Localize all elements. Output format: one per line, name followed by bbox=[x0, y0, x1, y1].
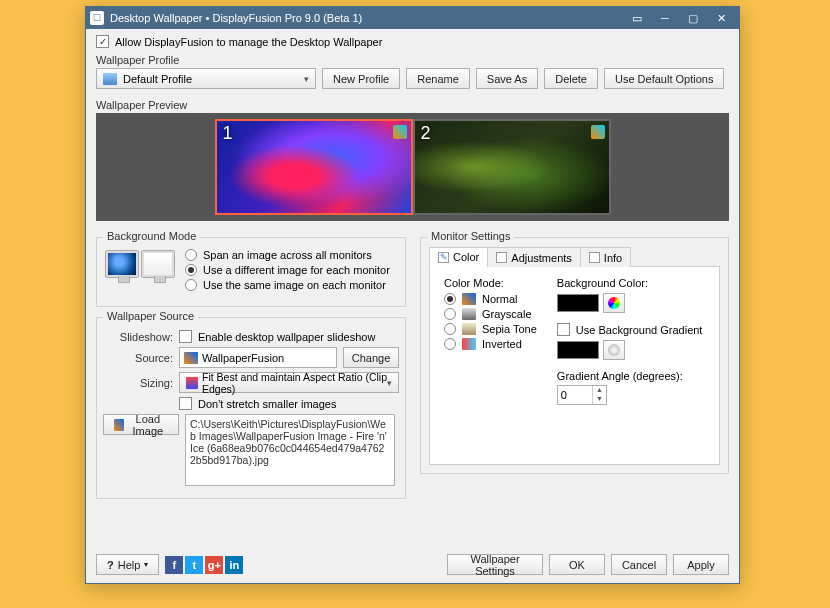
use-gradient-label: Use Background Gradient bbox=[576, 324, 703, 336]
minimize-button[interactable]: ─ bbox=[651, 7, 679, 29]
profile-selected: Default Profile bbox=[123, 73, 192, 85]
spin-down[interactable]: ▼ bbox=[593, 395, 606, 404]
app-window: ☐ Desktop Wallpaper • DisplayFusion Pro … bbox=[85, 6, 740, 584]
spin-up[interactable]: ▲ bbox=[593, 386, 606, 395]
radio-normal[interactable] bbox=[444, 293, 456, 305]
preview-label: Wallpaper Preview bbox=[96, 99, 729, 111]
monitor-2-badge-icon bbox=[591, 125, 605, 139]
sizing-dropdown[interactable]: Fit Best and maintain Aspect Ratio (Clip… bbox=[179, 372, 399, 393]
gradient-angle-label: Gradient Angle (degrees): bbox=[557, 370, 703, 382]
wallpaper-settings-button[interactable]: Wallpaper Settings bbox=[447, 554, 543, 575]
bg-color-label: Background Color: bbox=[557, 277, 703, 289]
mode-normal-icon bbox=[462, 293, 476, 305]
wallpaper-preview: 1 2 bbox=[96, 113, 729, 221]
rename-button[interactable]: Rename bbox=[406, 68, 470, 89]
radio-inverted[interactable] bbox=[444, 338, 456, 350]
profile-label: Wallpaper Profile bbox=[96, 54, 729, 66]
sizing-value: Fit Best and maintain Aspect Ratio (Clip… bbox=[202, 371, 392, 395]
gradient-color-swatch[interactable] bbox=[557, 341, 599, 359]
close-button[interactable]: ✕ bbox=[707, 7, 735, 29]
chevron-down-icon: ▾ bbox=[387, 378, 392, 388]
facebook-icon[interactable]: f bbox=[165, 556, 183, 574]
radio-span[interactable] bbox=[185, 249, 197, 261]
monitor-settings-tabs: ✎Color Adjustments Info bbox=[429, 246, 720, 267]
help-icon: ? bbox=[107, 559, 114, 571]
bg-color-picker-button[interactable] bbox=[603, 293, 625, 313]
slideshow-cb-label: Enable desktop wallpaper slideshow bbox=[198, 331, 375, 343]
load-image-button[interactable]: Load Image bbox=[103, 414, 179, 435]
radio-grayscale[interactable] bbox=[444, 308, 456, 320]
use-default-options-button[interactable]: Use Default Options bbox=[604, 68, 724, 89]
window-title: Desktop Wallpaper • DisplayFusion Pro 9.… bbox=[110, 12, 623, 24]
social-links: f t g+ in bbox=[165, 556, 243, 574]
tab-color[interactable]: ✎Color bbox=[429, 247, 488, 267]
footer: ? Help ▾ f t g+ in Wallpaper Settings OK… bbox=[96, 554, 729, 575]
maximize-button[interactable]: ▢ bbox=[679, 7, 707, 29]
preview-monitor-2[interactable]: 2 bbox=[413, 119, 611, 215]
help-button[interactable]: ? Help ▾ bbox=[96, 554, 159, 575]
right-column: Monitor Settings ✎Color Adjustments Info… bbox=[420, 227, 729, 499]
gradient-angle-input[interactable] bbox=[558, 389, 592, 401]
save-as-button[interactable]: Save As bbox=[476, 68, 538, 89]
source-legend: Wallpaper Source bbox=[103, 310, 198, 322]
radio-different[interactable] bbox=[185, 264, 197, 276]
chevron-down-icon: ▾ bbox=[304, 74, 309, 84]
cancel-button[interactable]: Cancel bbox=[611, 554, 667, 575]
new-profile-button[interactable]: New Profile bbox=[322, 68, 400, 89]
load-image-icon bbox=[114, 419, 124, 431]
options-icon[interactable]: ▭ bbox=[623, 7, 651, 29]
source-field-label: Source: bbox=[103, 352, 173, 364]
linkedin-icon[interactable]: in bbox=[225, 556, 243, 574]
bgmode-illustration bbox=[105, 250, 175, 278]
bg-color-swatch[interactable] bbox=[557, 294, 599, 312]
delete-button[interactable]: Delete bbox=[544, 68, 598, 89]
bgmode-legend: Background Mode bbox=[103, 230, 200, 242]
slideshow-checkbox[interactable] bbox=[179, 330, 192, 343]
tab-info[interactable]: Info bbox=[580, 247, 631, 267]
left-column: Background Mode Span an image across all… bbox=[96, 227, 406, 499]
content: Allow DisplayFusion to manage the Deskto… bbox=[86, 29, 739, 507]
radio-different-label: Use a different image for each monitor bbox=[203, 264, 390, 276]
monitor-1-badge-icon bbox=[393, 125, 407, 139]
mode-sepia-icon bbox=[462, 323, 476, 335]
profile-dropdown[interactable]: Default Profile ▾ bbox=[96, 68, 316, 89]
grey-circle-icon bbox=[608, 344, 620, 356]
googleplus-icon[interactable]: g+ bbox=[205, 556, 223, 574]
gradient-angle-spinner[interactable]: ▲▼ bbox=[557, 385, 607, 405]
dont-stretch-checkbox[interactable] bbox=[179, 397, 192, 410]
allow-manage-label: Allow DisplayFusion to manage the Deskto… bbox=[115, 36, 382, 48]
apply-button[interactable]: Apply bbox=[673, 554, 729, 575]
mode-inverted-label: Inverted bbox=[482, 338, 522, 350]
source-value: WallpaperFusion bbox=[202, 352, 284, 364]
source-icon bbox=[184, 352, 198, 364]
color-wheel-icon bbox=[608, 297, 620, 309]
tab-adjustments[interactable]: Adjustments bbox=[487, 247, 581, 267]
chevron-down-icon: ▾ bbox=[144, 560, 148, 569]
ok-button[interactable]: OK bbox=[549, 554, 605, 575]
radio-span-label: Span an image across all monitors bbox=[203, 249, 372, 261]
slideshow-label: Slideshow: bbox=[103, 331, 173, 343]
twitter-icon[interactable]: t bbox=[185, 556, 203, 574]
dont-stretch-label: Don't stretch smaller images bbox=[198, 398, 336, 410]
allow-manage-checkbox[interactable] bbox=[96, 35, 109, 48]
color-mode-label: Color Mode: bbox=[444, 277, 537, 289]
image-path-textarea[interactable]: C:\Users\Keith\Pictures\DisplayFusion\We… bbox=[185, 414, 395, 486]
mode-inverted-icon bbox=[462, 338, 476, 350]
gradient-color-picker-button[interactable] bbox=[603, 340, 625, 360]
change-source-button[interactable]: Change bbox=[343, 347, 399, 368]
mode-grayscale-icon bbox=[462, 308, 476, 320]
monitor-1-number: 1 bbox=[223, 123, 233, 144]
preview-monitor-1[interactable]: 1 bbox=[215, 119, 413, 215]
mode-sepia-label: Sepia Tone bbox=[482, 323, 537, 335]
radio-sepia[interactable] bbox=[444, 323, 456, 335]
monitor-2-number: 2 bbox=[421, 123, 431, 144]
radio-same[interactable] bbox=[185, 279, 197, 291]
mode-grayscale-label: Grayscale bbox=[482, 308, 532, 320]
profile-icon bbox=[103, 73, 117, 85]
sizing-icon bbox=[186, 377, 198, 389]
radio-same-label: Use the same image on each monitor bbox=[203, 279, 386, 291]
use-gradient-checkbox[interactable] bbox=[557, 323, 570, 336]
mode-normal-label: Normal bbox=[482, 293, 517, 305]
tab-color-panel: Color Mode: Normal Grayscale Sepia Tone … bbox=[429, 267, 720, 465]
source-value-box: WallpaperFusion bbox=[179, 347, 337, 368]
